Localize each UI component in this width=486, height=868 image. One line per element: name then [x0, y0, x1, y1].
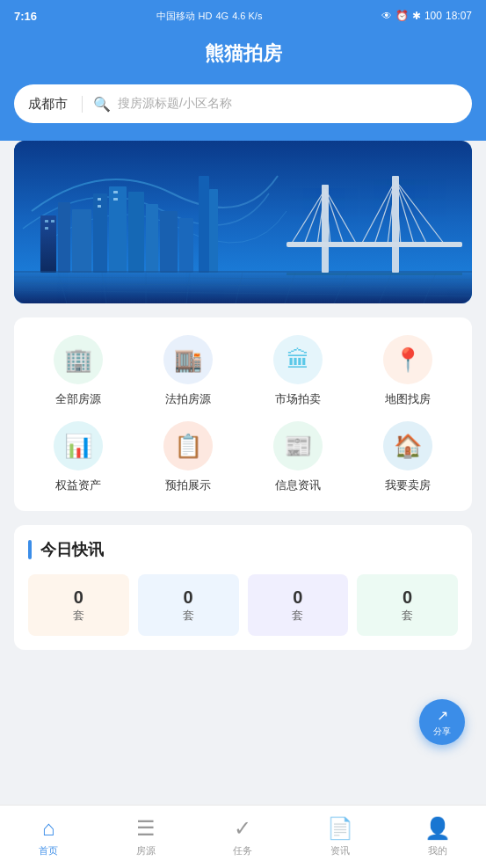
eye-icon: 👁 [381, 10, 392, 22]
city-selector[interactable]: 成都市 [14, 96, 83, 113]
status-center: 中国移动 HD 4G 4.6 K/s [156, 10, 263, 23]
nav-home[interactable]: ⌂ 首页 [0, 816, 98, 857]
svg-rect-49 [287, 273, 462, 275]
speed-label: 4.6 K/s [232, 11, 262, 21]
category-label-judicial-houses: 法拍房源 [165, 391, 211, 407]
category-item-market-auction[interactable]: 🏛 市场拍卖 [243, 335, 353, 407]
category-icon-info-news: 📰 [273, 421, 323, 470]
svg-rect-17 [113, 191, 118, 193]
header: 熊猫拍房 [0, 32, 486, 84]
news-card-1[interactable]: 0 套 [138, 574, 239, 636]
alarm-icon: ⏰ [395, 10, 409, 22]
status-right: 👁 ⏰ ✱ 100 18:07 [381, 10, 472, 22]
svg-rect-10 [199, 176, 209, 273]
category-label-equity-assets: 权益资产 [55, 478, 101, 493]
svg-rect-18 [113, 198, 118, 201]
banner [14, 141, 472, 303]
profile-icon: 👤 [424, 816, 451, 841]
category-label-all-houses: 全部房源 [55, 391, 101, 407]
svg-rect-6 [128, 192, 144, 273]
category-icon-sell-house: 🏠 [383, 421, 432, 470]
news-card-0[interactable]: 0 套 [28, 574, 129, 636]
category-label-map-search: 地图找房 [385, 391, 431, 407]
category-label-preview-show: 预拍展示 [165, 478, 211, 493]
category-section: 🏢 全部房源 🏬 法拍房源 🏛 市场拍卖 📍 地图找房 📊 权益资产 📋 预拍展… [14, 317, 472, 511]
news-card-count-3: 0 [403, 587, 412, 608]
svg-rect-14 [51, 220, 54, 222]
home-icon: ⌂ [42, 816, 55, 841]
share-icon: ↗ [437, 707, 448, 724]
category-icon-preview-show: 📋 [163, 421, 213, 470]
news-title: 今日快讯 [40, 539, 104, 560]
category-icon-all-houses: 🏢 [54, 335, 103, 384]
battery-label: 100 [424, 10, 442, 22]
network-label: HD [199, 11, 213, 21]
news-card-count-0: 0 [74, 587, 83, 608]
signal-label: 4G [215, 11, 228, 21]
news-cards: 0 套 0 套 0 套 0 套 [28, 574, 458, 636]
news-card-2[interactable]: 0 套 [248, 574, 349, 636]
svg-rect-13 [45, 227, 48, 230]
news-card-count-1: 0 [184, 587, 193, 608]
svg-rect-19 [14, 271, 472, 273]
nav-news-tab[interactable]: 📄 资讯 [292, 816, 389, 857]
news-bar-accent [28, 540, 32, 559]
svg-rect-16 [98, 205, 101, 208]
svg-rect-15 [98, 198, 101, 201]
search-bar[interactable]: 成都市 🔍 搜房源标题/小区名称 [14, 84, 472, 123]
search-placeholder: 搜房源标题/小区名称 [118, 96, 232, 112]
category-grid: 🏢 全部房源 🏬 法拍房源 🏛 市场拍卖 📍 地图找房 📊 权益资产 📋 预拍展… [23, 335, 463, 493]
nav-task-label: 任务 [233, 844, 252, 857]
share-button[interactable]: ↗ 分享 [419, 699, 465, 745]
nav-houses[interactable]: ☰ 房源 [98, 816, 195, 857]
news-card-unit-2: 套 [292, 608, 303, 624]
news-card-3[interactable]: 0 套 [357, 574, 458, 636]
svg-rect-11 [209, 189, 218, 273]
search-container: 成都市 🔍 搜房源标题/小区名称 [0, 84, 486, 141]
clock-label: 18:07 [446, 10, 472, 22]
nav-news-tab-label: 资讯 [330, 844, 350, 857]
category-label-info-news: 信息资讯 [275, 478, 321, 493]
app-title: 熊猫拍房 [0, 40, 486, 67]
category-item-info-news[interactable]: 📰 信息资讯 [243, 421, 353, 493]
svg-rect-7 [146, 204, 158, 273]
search-input-area[interactable]: 🔍 搜房源标题/小区名称 [83, 96, 472, 113]
news-tab-icon: 📄 [327, 816, 353, 841]
banner-content [14, 141, 472, 303]
news-section: 今日快讯 0 套 0 套 0 套 0 套 [14, 525, 472, 650]
svg-rect-3 [72, 209, 91, 273]
svg-rect-12 [45, 220, 48, 222]
category-item-equity-assets[interactable]: 📊 权益资产 [23, 421, 133, 493]
svg-rect-9 [179, 218, 193, 273]
bluetooth-icon: ✱ [412, 10, 421, 22]
category-icon-market-auction: 🏛 [273, 335, 323, 384]
category-item-judicial-houses[interactable]: 🏬 法拍房源 [133, 335, 243, 407]
task-icon: ✓ [234, 816, 251, 841]
news-header: 今日快讯 [28, 539, 458, 560]
nav-houses-label: 房源 [136, 844, 156, 857]
houses-icon: ☰ [136, 816, 156, 841]
bottom-nav: ⌂ 首页 ☰ 房源 ✓ 任务 📄 资讯 👤 我的 [0, 805, 486, 868]
nav-profile-label: 我的 [428, 844, 447, 857]
news-card-unit-1: 套 [183, 608, 194, 624]
status-bar: 7:16 中国移动 HD 4G 4.6 K/s 👁 ⏰ ✱ 100 18:07 [0, 0, 486, 32]
nav-profile[interactable]: 👤 我的 [388, 816, 486, 857]
nav-home-label: 首页 [39, 844, 58, 857]
svg-rect-2 [58, 202, 70, 273]
category-item-preview-show[interactable]: 📋 预拍展示 [133, 421, 243, 493]
category-item-all-houses[interactable]: 🏢 全部房源 [23, 335, 133, 407]
news-card-unit-0: 套 [73, 608, 84, 624]
category-label-sell-house: 我要卖房 [385, 478, 431, 493]
news-card-count-2: 0 [293, 587, 302, 608]
svg-rect-1 [40, 215, 56, 273]
nav-task[interactable]: ✓ 任务 [194, 816, 292, 857]
category-item-sell-house[interactable]: 🏠 我要卖房 [353, 421, 463, 493]
category-icon-map-search: 📍 [383, 335, 432, 384]
category-label-market-auction: 市场拍卖 [275, 391, 321, 407]
category-item-map-search[interactable]: 📍 地图找房 [353, 335, 463, 407]
search-icon: 🔍 [93, 96, 111, 113]
category-icon-judicial-houses: 🏬 [163, 335, 213, 384]
svg-rect-8 [160, 211, 178, 273]
status-time: 7:16 [14, 10, 37, 23]
category-icon-equity-assets: 📊 [54, 421, 103, 470]
